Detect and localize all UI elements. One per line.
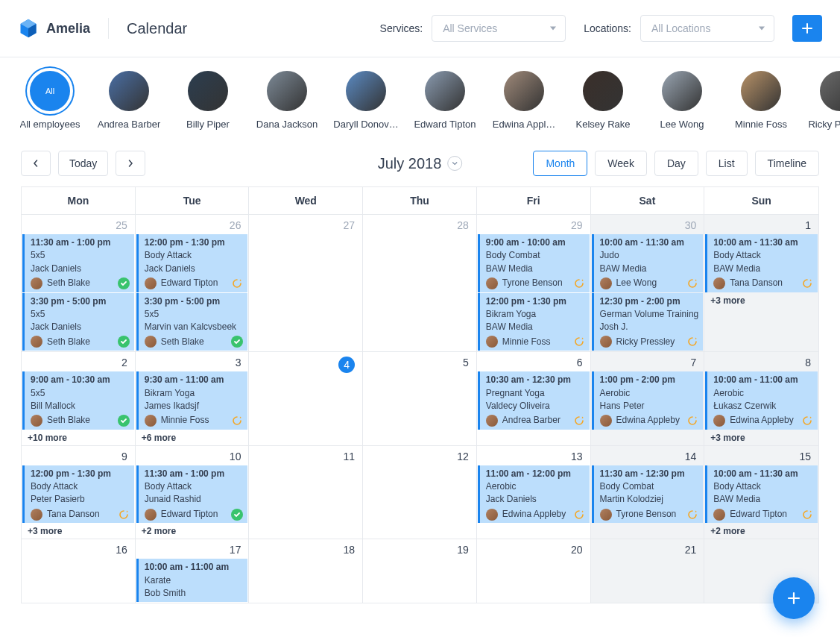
- calendar-event[interactable]: 10:00 am - 11:30 amJudoBAW MediaLee Wong: [592, 234, 704, 292]
- avatar: [109, 71, 149, 111]
- add-button[interactable]: [792, 15, 822, 42]
- day-header: Fri: [477, 187, 591, 215]
- employee-filter-9[interactable]: Minnie Foss: [732, 71, 790, 130]
- calendar-cell[interactable]: 71:00 pm - 2:00 pmAerobicHans PeterEdwin…: [591, 352, 705, 446]
- calendar-event[interactable]: 10:00 am - 11:30 amBody AttackBAW MediaE…: [705, 465, 818, 524]
- event-client: BAW Media: [600, 263, 699, 275]
- view-list[interactable]: List: [706, 151, 748, 176]
- calendar-cell[interactable]: 20: [477, 539, 591, 603]
- calendar-cell[interactable]: 27: [249, 215, 363, 352]
- calendar-event[interactable]: 3:30 pm - 5:00 pm5x5Jack DanielsSeth Bla…: [22, 293, 134, 351]
- brand-name: Amelia: [46, 21, 90, 37]
- employee-filter-10[interactable]: Ricky Pressley: [811, 71, 840, 130]
- prev-button[interactable]: [21, 151, 51, 176]
- event-client: James Ikadsjf: [145, 400, 244, 412]
- employee-filter-5[interactable]: Edward Tipton: [416, 71, 474, 130]
- calendar-cell[interactable]: 18: [249, 539, 363, 603]
- calendar-cell[interactable]: 5: [363, 352, 477, 446]
- calendar-event[interactable]: 10:00 am - 11:30 amBody AttackBAW MediaT…: [705, 234, 818, 292]
- employee-filter-2[interactable]: Billy Piper: [179, 71, 237, 130]
- status-pending-icon: [801, 415, 813, 427]
- avatar: [145, 415, 157, 427]
- employee-filter-8[interactable]: Lee Wong: [653, 71, 711, 130]
- more-events-link[interactable]: +3 more: [22, 524, 135, 539]
- more-events-link[interactable]: +3 more: [704, 430, 818, 445]
- calendar-event[interactable]: 1:00 pm - 2:00 pmAerobicHans PeterEdwina…: [592, 371, 704, 430]
- calendar-event[interactable]: 9:00 am - 10:30 am5x5Bill MallockSeth Bl…: [22, 371, 134, 430]
- calendar-event[interactable]: 12:00 pm - 1:30 pmBody AttackPeter Pasie…: [22, 465, 134, 524]
- employee-filter-1[interactable]: Andrea Barber: [100, 71, 158, 130]
- view-timeline[interactable]: Timeline: [755, 151, 819, 176]
- event-time: 9:00 am - 10:00 am: [486, 236, 585, 249]
- next-button[interactable]: [116, 151, 145, 176]
- calendar-cell[interactable]: 39:30 am - 11:00 amBikram YogaJames Ikad…: [136, 352, 250, 446]
- calendar-event[interactable]: 12:30 pm - 2:00 pmGerman Volume Training…: [592, 293, 704, 351]
- calendar-event[interactable]: 11:30 am - 1:00 pmBody AttackJunaid Rash…: [136, 465, 248, 524]
- logo[interactable]: Amelia: [18, 18, 90, 39]
- calendar-cell[interactable]: 912:00 pm - 1:30 pmBody AttackPeter Pasi…: [22, 446, 136, 540]
- calendar-cell[interactable]: 12: [363, 446, 477, 540]
- calendar-cell[interactable]: 3010:00 am - 11:30 amJudoBAW MediaLee Wo…: [591, 215, 705, 352]
- view-week[interactable]: Week: [595, 151, 647, 176]
- calendar-event[interactable]: 11:30 am - 12:30 pmBody CombatMartin Kol…: [592, 465, 704, 524]
- calendar-event[interactable]: 12:00 pm - 1:30 pmBody AttackJack Daniel…: [136, 234, 248, 292]
- calendar-event[interactable]: 10:30 am - 12:30 pmPregnant YogaValdecy …: [478, 371, 590, 430]
- today-button[interactable]: Today: [58, 151, 108, 176]
- calendar-cell[interactable]: 1510:00 am - 11:30 amBody AttackBAW Medi…: [704, 446, 818, 540]
- calendar-cell[interactable]: 610:30 am - 12:30 pmPregnant YogaValdecy…: [477, 352, 591, 446]
- period-dropdown[interactable]: [447, 156, 462, 171]
- calendar-event[interactable]: 10:00 am - 11:00 amKarateBob Smith: [136, 559, 248, 602]
- avatar: [145, 509, 157, 521]
- more-events-link[interactable]: +2 more: [704, 524, 818, 539]
- calendar-event[interactable]: 3:30 pm - 5:00 pm5x5Marvin van Kalcvsbee…: [136, 293, 248, 351]
- calendar-cell[interactable]: 2511:30 am - 1:00 pm5x5Jack DanielsSeth …: [22, 215, 136, 352]
- calendar-cell[interactable]: 110:00 am - 11:30 amBody AttackBAW Media…: [704, 215, 818, 352]
- event-time: 11:30 am - 1:00 pm: [145, 468, 244, 480]
- calendar-cell[interactable]: 4: [249, 352, 363, 446]
- event-time: 10:00 am - 11:00 am: [145, 561, 244, 574]
- calendar-cell[interactable]: 2612:00 pm - 1:30 pmBody AttackJack Dani…: [136, 215, 250, 352]
- caret-down-icon: [452, 160, 458, 166]
- status-approved-icon: [231, 509, 243, 521]
- calendar-event[interactable]: 10:00 am - 11:00 amAerobicŁukasz Czerwik…: [705, 371, 818, 430]
- calendar-cell[interactable]: 29:00 am - 10:30 am5x5Bill MallockSeth B…: [22, 352, 136, 446]
- calendar-event[interactable]: 11:00 am - 12:00 pmAerobicJack DanielsEd…: [478, 465, 590, 524]
- services-select[interactable]: All Services: [432, 15, 566, 42]
- more-events-link[interactable]: +10 more: [22, 430, 135, 445]
- calendar-cell[interactable]: 19: [363, 539, 477, 603]
- calendar-cell[interactable]: 1311:00 am - 12:00 pmAerobicJack Daniels…: [477, 446, 591, 540]
- cell-date: 18: [249, 539, 362, 559]
- calendar-event[interactable]: 12:00 pm - 1:30 pmBikram YogaBAW MediaMi…: [478, 293, 590, 351]
- calendar-cell[interactable]: 1411:30 am - 12:30 pmBody CombatMartin K…: [591, 446, 705, 540]
- employee-filter-4[interactable]: Daryll Donov…: [337, 71, 395, 130]
- event-client: BAW Media: [486, 263, 585, 275]
- calendar-cell[interactable]: 299:00 am - 10:00 amBody CombatBAW Media…: [477, 215, 591, 352]
- calendar-event[interactable]: 9:00 am - 10:00 amBody CombatBAW MediaTy…: [478, 234, 590, 292]
- calendar-cell[interactable]: 21: [591, 539, 705, 603]
- employee-filter-3[interactable]: Dana Jackson: [258, 71, 316, 130]
- employee-filter-7[interactable]: Kelsey Rake: [574, 71, 632, 130]
- employee-filter-6[interactable]: Edwina Appl…: [495, 71, 553, 130]
- calendar-cell[interactable]: 810:00 am - 11:00 amAerobicŁukasz Czerwi…: [704, 352, 818, 446]
- calendar-event[interactable]: 9:30 am - 11:00 amBikram YogaJames Ikads…: [136, 371, 248, 430]
- current-period-label: July 2018: [378, 155, 442, 172]
- event-time: 10:00 am - 11:30 am: [713, 236, 813, 249]
- event-client: Peter Pasierb: [31, 493, 130, 506]
- calendar-cell[interactable]: 11: [249, 446, 363, 540]
- avatar: [662, 71, 702, 111]
- calendar-cell[interactable]: 1710:00 am - 11:00 amKarateBob Smith: [136, 539, 250, 603]
- more-events-link[interactable]: +2 more: [136, 524, 249, 539]
- more-events-link[interactable]: +3 more: [704, 293, 818, 308]
- view-day[interactable]: Day: [654, 151, 698, 176]
- more-events-link[interactable]: +6 more: [136, 430, 249, 445]
- locations-select[interactable]: All Locations: [640, 15, 774, 42]
- calendar-cell[interactable]: 28: [363, 215, 477, 352]
- view-month[interactable]: Month: [533, 151, 587, 176]
- event-client: Hans Peter: [600, 400, 699, 412]
- calendar-event[interactable]: 11:30 am - 1:00 pm5x5Jack DanielsSeth Bl…: [22, 234, 134, 292]
- calendar-cell[interactable]: 16: [22, 539, 136, 603]
- avatar: [583, 71, 623, 111]
- calendar-cell[interactable]: 1011:30 am - 1:00 pmBody AttackJunaid Ra…: [136, 446, 250, 540]
- avatar: [486, 509, 498, 521]
- employee-filter-0[interactable]: AllAll employees: [21, 71, 79, 130]
